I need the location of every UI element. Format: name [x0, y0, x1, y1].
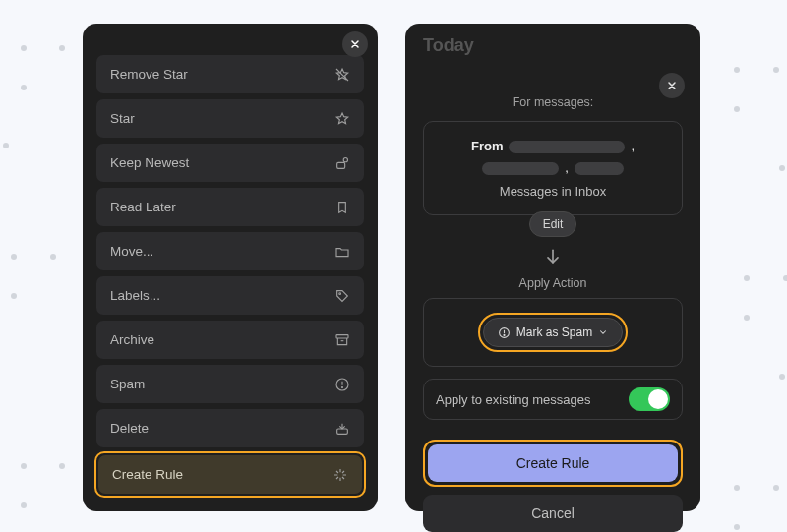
- apply-existing-label: Apply to existing messages: [436, 392, 591, 407]
- action-menu-panel: Remove Star Star Keep Newest Read Later: [83, 24, 378, 511]
- menu-item-label: Delete: [110, 421, 149, 436]
- background-header: Today: [405, 35, 700, 56]
- messages-in-label: Messages in Inbox: [438, 181, 668, 203]
- apply-action-card: Mark as Spam: [423, 298, 683, 367]
- for-messages-label: For messages:: [513, 95, 594, 109]
- apply-existing-toggle[interactable]: [629, 387, 670, 411]
- menu-item-remove-star[interactable]: Remove Star: [96, 55, 364, 93]
- menu-item-label: Keep Newest: [110, 155, 189, 170]
- action-menu-list: Remove Star Star Keep Newest Read Later: [83, 24, 378, 509]
- create-rule-panel: Today For messages: From , , Messages in…: [405, 24, 700, 511]
- menu-item-label: Move...: [110, 244, 153, 259]
- menu-item-spam[interactable]: Spam: [96, 365, 364, 403]
- highlight-create-rule-button: Create Rule: [423, 440, 683, 487]
- menu-item-read-later[interactable]: Read Later: [96, 188, 364, 226]
- action-chip-label: Mark as Spam: [516, 325, 592, 339]
- close-icon[interactable]: [659, 73, 685, 98]
- redacted-sender: [575, 162, 624, 175]
- menu-item-star[interactable]: Star: [96, 99, 364, 138]
- create-rule-button[interactable]: Create Rule: [428, 444, 678, 482]
- svg-point-3: [339, 292, 341, 294]
- menu-item-label: Spam: [110, 377, 145, 391]
- menu-item-create-rule[interactable]: Create Rule: [98, 455, 362, 494]
- apply-existing-row: Apply to existing messages: [423, 379, 683, 420]
- cancel-button-label: Cancel: [531, 505, 575, 521]
- from-label: From: [471, 136, 504, 157]
- star-off-icon: [334, 67, 350, 83]
- tag-icon: [334, 288, 350, 304]
- highlight-create-rule-menu: Create Rule: [94, 451, 366, 498]
- svg-rect-4: [336, 334, 348, 337]
- menu-item-archive[interactable]: Archive: [96, 321, 364, 359]
- cancel-button[interactable]: Cancel: [423, 495, 683, 532]
- create-rule-button-label: Create Rule: [516, 455, 590, 471]
- rule-criteria-card: From , , Messages in Inbox: [423, 121, 683, 215]
- menu-item-label: Labels...: [110, 288, 160, 303]
- redacted-sender: [509, 141, 625, 153]
- menu-item-delete[interactable]: Delete: [96, 409, 364, 447]
- star-icon: [334, 111, 350, 127]
- create-rule-icon: [333, 467, 348, 483]
- svg-point-2: [343, 157, 347, 161]
- menu-item-move[interactable]: Move...: [96, 232, 364, 270]
- svg-point-11: [504, 334, 505, 335]
- apply-action-label: Apply Action: [519, 276, 587, 290]
- menu-item-label: Create Rule: [112, 467, 183, 482]
- menu-item-label: Star: [110, 111, 135, 126]
- menu-item-label: Archive: [110, 332, 154, 347]
- menu-item-label: Read Later: [110, 200, 176, 214]
- delete-tray-icon: [334, 421, 350, 437]
- edit-criteria-button[interactable]: Edit: [529, 211, 577, 237]
- background-title: Today: [423, 35, 474, 56]
- archive-icon: [334, 332, 350, 348]
- menu-item-keep-newest[interactable]: Keep Newest: [96, 144, 364, 182]
- menu-item-label: Remove Star: [110, 67, 188, 82]
- action-chip[interactable]: Mark as Spam: [483, 318, 623, 347]
- info-icon: [498, 326, 511, 339]
- close-icon[interactable]: [342, 31, 368, 57]
- svg-point-7: [341, 386, 342, 387]
- info-icon: [334, 377, 350, 392]
- keep-newest-icon: [334, 155, 350, 171]
- menu-item-labels[interactable]: Labels...: [96, 276, 364, 315]
- svg-rect-1: [337, 162, 345, 168]
- folder-icon: [334, 244, 350, 260]
- arrow-down-icon: [543, 247, 563, 266]
- chevron-down-icon: [598, 327, 608, 337]
- highlight-action-chip: Mark as Spam: [478, 313, 628, 352]
- redacted-sender: [482, 162, 559, 175]
- edit-label: Edit: [543, 217, 564, 231]
- bookmark-icon: [334, 200, 350, 215]
